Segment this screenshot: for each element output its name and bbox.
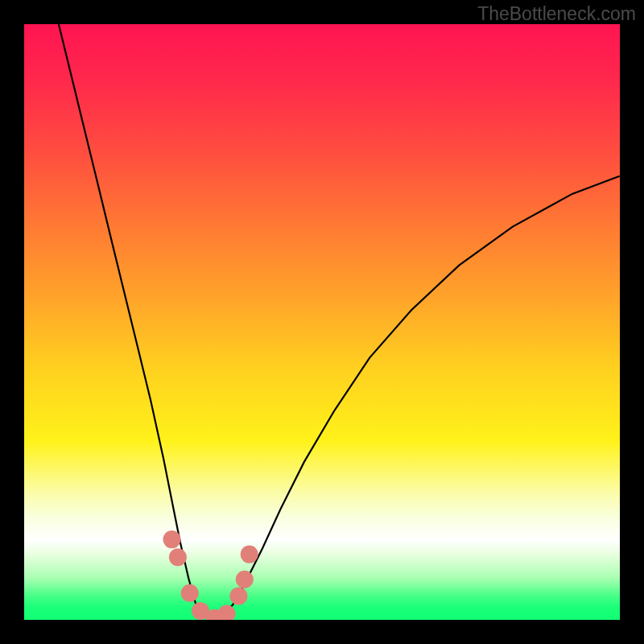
highlight-dot — [218, 605, 236, 620]
highlight-dot — [229, 587, 247, 605]
chart-frame: TheBottleneck.com — [0, 0, 644, 644]
bottleneck-curve — [59, 24, 620, 620]
highlight-dot — [169, 548, 187, 566]
highlight-dot — [181, 584, 199, 602]
highlight-dot — [241, 546, 258, 564]
highlight-dots — [163, 530, 258, 620]
curve-layer — [24, 24, 620, 620]
highlight-dot — [236, 571, 254, 588]
watermark-text: TheBottleneck.com — [477, 3, 636, 25]
plot-area — [24, 24, 620, 620]
highlight-dot — [163, 530, 181, 548]
